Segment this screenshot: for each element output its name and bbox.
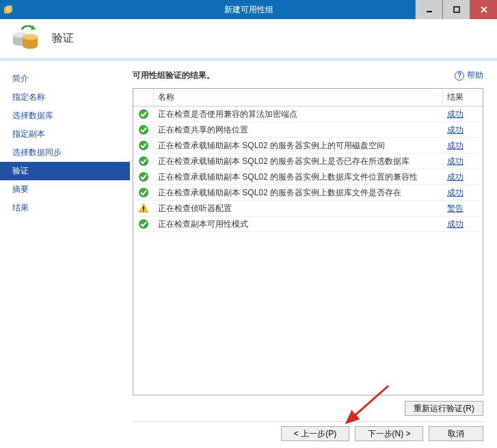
status-ok-icon <box>133 140 154 151</box>
table-row: 正在检查侦听器配置警告 <box>133 201 483 216</box>
col-name: 名称 <box>154 89 443 106</box>
svg-point-11 <box>23 34 38 40</box>
sidebar-item-2[interactable]: 选择数据库 <box>12 107 130 125</box>
cancel-button[interactable]: 取消 <box>429 426 483 441</box>
page-header: 验证 <box>0 19 497 59</box>
svg-point-21 <box>139 219 148 229</box>
svg-rect-3 <box>454 7 459 12</box>
row-result-link[interactable]: 成功 <box>447 141 464 150</box>
window-titlebar: 新建可用性组 <box>0 0 497 19</box>
help-icon: ? <box>455 71 464 81</box>
sidebar-item-4[interactable]: 选择数据同步 <box>12 143 130 162</box>
status-ok-icon <box>133 187 154 198</box>
row-result-link[interactable]: 成功 <box>447 172 464 182</box>
row-result-link[interactable]: 成功 <box>447 219 464 229</box>
help-label: 帮助 <box>467 70 483 81</box>
table-row: 正在检查是否使用兼容的算法加密端点成功 <box>133 107 483 122</box>
help-link[interactable]: ? 帮助 <box>455 70 483 81</box>
status-ok-icon <box>133 156 154 167</box>
status-ok-icon <box>133 219 154 229</box>
row-name: 正在检查承载辅助副本 SQL02 的服务器实例上数据库文件是否存在 <box>154 187 443 199</box>
row-name: 正在检查共享的网络位置 <box>154 124 443 136</box>
table-row: 正在检查承载辅助副本 SQL02 的服务器实例上数据库文件位置的兼容性成功 <box>133 169 483 185</box>
svg-rect-19 <box>143 206 144 210</box>
sidebar-item-6[interactable]: 摘要 <box>12 180 130 199</box>
svg-point-16 <box>139 156 148 166</box>
sidebar-item-1[interactable]: 指定名称 <box>12 88 130 107</box>
row-result-link[interactable]: 成功 <box>447 156 464 166</box>
svg-rect-20 <box>143 210 144 212</box>
svg-point-15 <box>139 141 148 150</box>
sidebar-item-0[interactable]: 简介 <box>12 70 130 88</box>
wizard-footer: < 上一步(P) 下一步(N) > 取消 <box>133 421 483 441</box>
rerun-validation-button[interactable]: 重新运行验证(R) <box>405 401 483 416</box>
row-name: 正在检查是否使用兼容的算法加密端点 <box>154 109 443 120</box>
svg-point-13 <box>139 109 148 119</box>
table-row: 正在检查共享的网络位置成功 <box>133 122 483 138</box>
next-button[interactable]: 下一步(N) > <box>355 426 423 441</box>
col-result: 结果 <box>443 89 483 106</box>
grid-header: 名称 结果 <box>133 89 483 107</box>
row-name: 正在检查侦听器配置 <box>154 203 443 214</box>
status-ok-icon <box>133 109 154 120</box>
row-result-link[interactable]: 成功 <box>447 188 464 197</box>
page-title: 验证 <box>52 31 74 46</box>
status-ok-icon <box>133 171 154 182</box>
svg-point-18 <box>139 188 148 197</box>
wizard-sidebar: 简介指定名称选择数据库指定副本选择数据同步验证摘要结果 <box>0 61 130 448</box>
svg-rect-1 <box>6 5 12 12</box>
sidebar-item-5[interactable]: 验证 <box>0 162 130 180</box>
results-heading: 可用性组验证的结果。 <box>133 70 215 81</box>
table-row: 正在检查承载辅助副本 SQL02 的服务器实例上是否已存在所选数据库成功 <box>133 154 483 169</box>
validation-grid: 名称 结果 正在检查是否使用兼容的算法加密端点成功正在检查共享的网络位置成功正在… <box>133 88 483 395</box>
row-name: 正在检查承载辅助副本 SQL02 的服务器实例上是否已存在所选数据库 <box>154 156 443 167</box>
svg-point-17 <box>139 172 148 182</box>
sidebar-item-7[interactable]: 结果 <box>12 199 130 217</box>
content-area: 可用性组验证的结果。 ? 帮助 名称 结果 正在检查是否使用兼容的算法加密端点成… <box>130 61 497 448</box>
close-button[interactable] <box>470 0 497 19</box>
status-warn-icon <box>133 203 154 214</box>
row-name: 正在检查承载辅助副本 SQL02 的服务器实例上的可用磁盘空间 <box>154 140 443 152</box>
row-result-link[interactable]: 成功 <box>447 109 464 119</box>
minimize-button[interactable] <box>415 0 442 19</box>
previous-button[interactable]: < 上一步(P) <box>281 426 349 441</box>
table-row: 正在检查承载辅助副本 SQL02 的服务器实例上的可用磁盘空间成功 <box>133 138 483 154</box>
wizard-icon <box>12 25 40 52</box>
row-result-link[interactable]: 警告 <box>447 204 464 213</box>
sidebar-item-3[interactable]: 指定副本 <box>12 125 130 143</box>
app-icon <box>0 4 16 15</box>
row-name: 正在检查承载辅助副本 SQL02 的服务器实例上数据库文件位置的兼容性 <box>154 171 443 183</box>
svg-point-14 <box>139 125 148 135</box>
row-name: 正在检查副本可用性模式 <box>154 219 443 230</box>
row-result-link[interactable]: 成功 <box>447 125 464 135</box>
table-row: 正在检查副本可用性模式成功 <box>133 216 483 232</box>
status-ok-icon <box>133 124 154 135</box>
maximize-button[interactable] <box>442 0 470 19</box>
table-row: 正在检查承载辅助副本 SQL02 的服务器实例上数据库文件是否存在成功 <box>133 185 483 201</box>
